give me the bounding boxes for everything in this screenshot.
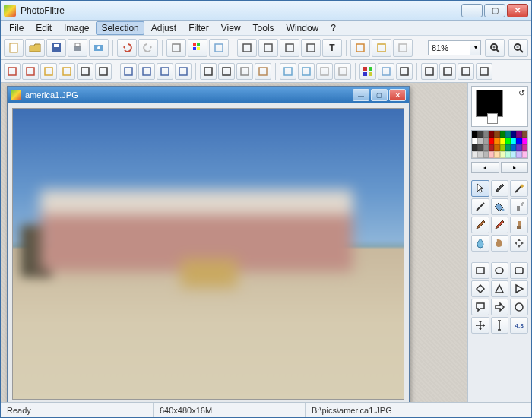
swap-colors-icon[interactable]: ↺ (518, 88, 525, 98)
text-icon[interactable]: T (322, 39, 342, 57)
brightness-minus-icon[interactable] (40, 63, 57, 80)
layer-icon[interactable] (166, 39, 186, 57)
pointer-icon[interactable] (471, 180, 489, 197)
stamp-icon[interactable] (510, 217, 528, 233)
plugin-a-icon[interactable] (350, 39, 370, 57)
text-cursor-icon[interactable] (491, 317, 509, 334)
swatch[interactable] (500, 131, 505, 138)
swatch[interactable] (500, 138, 505, 144)
swatch[interactable] (477, 144, 483, 151)
scroll-icon[interactable] (510, 235, 528, 252)
menu-image[interactable]: Image (59, 21, 94, 35)
pipette-icon[interactable] (491, 180, 509, 197)
histogram-icon[interactable] (200, 63, 217, 80)
swatch[interactable] (494, 131, 499, 138)
redo-icon[interactable] (138, 39, 158, 57)
swatch[interactable] (522, 151, 527, 158)
swatch[interactable] (472, 144, 477, 151)
swatch[interactable] (483, 131, 489, 138)
contrast-plus-icon[interactable] (95, 63, 112, 80)
menu-selection[interactable]: Selection (96, 21, 144, 35)
swatch[interactable] (505, 138, 511, 144)
arrow-shape-icon[interactable] (491, 299, 509, 315)
close-button[interactable]: ✕ (507, 4, 528, 17)
maximize-button[interactable]: ▢ (484, 4, 505, 17)
image-manager-icon[interactable] (209, 39, 229, 57)
swatch[interactable] (505, 131, 511, 138)
swatch[interactable] (522, 138, 527, 144)
menu-file[interactable]: File (4, 21, 29, 35)
zoom-dropdown[interactable]: ▾ (470, 40, 481, 55)
new-file-icon[interactable] (4, 39, 24, 57)
sat-plus-icon[interactable] (175, 63, 192, 80)
swatch[interactable] (483, 144, 489, 151)
rect-icon[interactable] (471, 262, 489, 279)
diamond-icon[interactable] (471, 280, 489, 297)
swatch[interactable] (472, 138, 477, 144)
twain-icon[interactable] (89, 39, 109, 57)
swatch[interactable] (511, 131, 516, 138)
doc-close-button[interactable]: ✕ (389, 89, 406, 101)
transparent-icon[interactable] (301, 39, 321, 57)
palette-prev-button[interactable]: ◂ (471, 162, 499, 173)
menu-tools[interactable]: Tools (248, 21, 280, 35)
auto-contrast-icon[interactable] (22, 63, 39, 80)
swatch[interactable] (494, 138, 499, 144)
swatch[interactable] (516, 151, 521, 158)
zoom-input[interactable]: 81% (428, 40, 470, 55)
swatch[interactable] (505, 144, 511, 151)
doc-minimize-button[interactable]: — (353, 89, 369, 101)
rotate-r-icon[interactable] (476, 63, 492, 80)
swatch[interactable] (489, 138, 494, 144)
advanced-brush-icon[interactable] (491, 217, 509, 233)
print-icon[interactable] (68, 39, 87, 57)
brush-icon[interactable] (471, 217, 489, 233)
swatch[interactable] (489, 151, 494, 158)
line-icon[interactable] (471, 198, 489, 215)
swatch[interactable] (522, 131, 527, 138)
sharpen-icon[interactable] (298, 63, 315, 80)
arrow-down-icon[interactable] (237, 39, 257, 57)
save-icon[interactable] (46, 39, 66, 57)
sepia-icon[interactable] (255, 63, 271, 80)
mirror-h-icon[interactable] (421, 63, 438, 80)
menu-filter[interactable]: Filter (183, 21, 214, 35)
triangle-icon[interactable] (491, 280, 509, 297)
contrast-minus-icon[interactable] (77, 63, 93, 80)
menu-edit[interactable]: Edit (30, 21, 57, 35)
filter-b-icon[interactable] (334, 63, 351, 80)
document-viewport[interactable] (8, 103, 409, 402)
fill-icon[interactable] (491, 198, 509, 215)
swatch[interactable] (511, 138, 516, 144)
wand-icon[interactable] (510, 180, 528, 197)
brightness-plus-icon[interactable] (59, 63, 75, 80)
swatch[interactable] (483, 138, 489, 144)
swatch[interactable] (472, 131, 477, 138)
spray-icon[interactable] (510, 198, 528, 215)
menu-view[interactable]: View (216, 21, 246, 35)
filter-a-icon[interactable] (316, 63, 333, 80)
swatch[interactable] (511, 144, 516, 151)
rgb-icon[interactable] (188, 39, 207, 57)
sat-minus-icon[interactable] (157, 63, 173, 80)
gamma-minus-icon[interactable] (120, 63, 137, 80)
talk-bubble-icon[interactable] (471, 299, 489, 315)
move-icon[interactable] (471, 317, 489, 334)
swatch[interactable] (522, 144, 527, 151)
swatch[interactable] (489, 144, 494, 151)
menu-window[interactable]: Window (281, 21, 325, 35)
swatch[interactable] (516, 144, 521, 151)
swatch[interactable] (477, 138, 483, 144)
swatch[interactable] (472, 151, 477, 158)
open-icon[interactable] (25, 39, 45, 57)
palette-next-button[interactable]: ▸ (501, 162, 529, 173)
variations-icon[interactable] (359, 63, 376, 80)
swatch[interactable] (516, 138, 521, 144)
blur-icon[interactable] (280, 63, 296, 80)
gamma-plus-icon[interactable] (138, 63, 155, 80)
plugin-c-icon[interactable] (393, 39, 413, 57)
equalize-icon[interactable] (218, 63, 235, 80)
swatch[interactable] (494, 144, 499, 151)
swatch[interactable] (516, 131, 521, 138)
zoom-in-icon[interactable] (485, 39, 505, 57)
